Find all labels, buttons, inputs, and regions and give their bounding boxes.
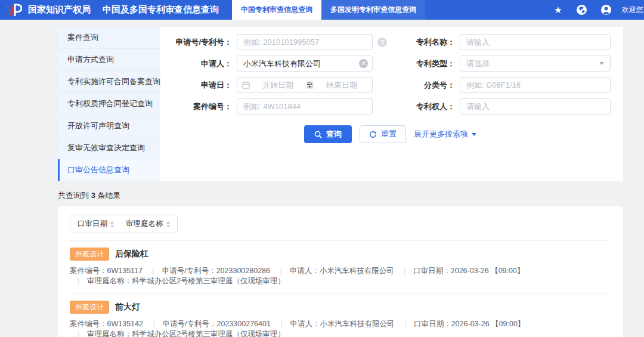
class-number-input[interactable]: [460, 77, 611, 93]
nav-tabs: 中国专利审查信息查询 多国发明专利审查信息查询: [232, 0, 425, 20]
reset-button[interactable]: 重置: [360, 125, 406, 143]
design-type-badge: 外观设计: [70, 301, 109, 314]
form-buttons-row: 查询 重置 展开更多搜索项: [170, 125, 611, 143]
sort-court-name-label: 审理庭名称: [126, 219, 163, 229]
meta-applicant: 申请人：小米汽车科技有限公司: [273, 267, 394, 275]
results-summary: 共查询到 3 条结果: [58, 190, 623, 201]
class-number-label: 分类号：: [411, 80, 460, 91]
search-button[interactable]: 查询: [304, 125, 352, 143]
apply-date-range-picker[interactable]: 开始日期 至 结束日期: [237, 77, 373, 93]
patent-type-select[interactable]: 请选择: [460, 55, 611, 72]
user-account-icon[interactable]: [601, 5, 611, 15]
meta-hearing-date: 口审日期：2026-03-26 【09:00】: [396, 267, 524, 275]
globe-icon[interactable]: [577, 5, 587, 15]
sort-hearing-date-label: 口审日期: [78, 219, 107, 229]
patent-type-label: 专利类型：: [411, 58, 460, 69]
patentee-input[interactable]: [460, 98, 611, 115]
field-class-number: 分类号：: [411, 77, 611, 93]
summary-suffix: 条结果: [95, 191, 121, 200]
sidebar-item-oral-hearing-query[interactable]: 口审公告信息查询: [58, 159, 160, 181]
sidebar-item-application-mode-query[interactable]: 申请方式查询: [58, 49, 160, 71]
summary-prefix: 共查询到: [58, 191, 91, 200]
search-icon: [314, 131, 322, 138]
application-number-input[interactable]: [237, 34, 373, 50]
org-name: 国家知识产权局: [28, 4, 91, 16]
meta-court-name: 审理庭名称：科学城办公区2号楼第三审理庭（仅现场审理）: [70, 330, 285, 337]
field-apply-date: 申请日： 开始日期 至 结束日期: [170, 77, 387, 93]
design-type-badge: 外观设计: [70, 248, 109, 261]
patent-type-value: 请选择: [466, 58, 599, 69]
clear-input-icon[interactable]: ✕: [359, 59, 368, 68]
sort-chips-row: 口审日期 审理庭名称: [70, 215, 611, 241]
meta-court-name: 审理庭名称：科学城办公区2号楼第三审理庭（仅现场审理）: [70, 277, 285, 285]
meta-applicant: 申请人：小米汽车科技有限公司: [273, 320, 394, 328]
cnipa-logo-icon: [5, 3, 22, 17]
patent-name-label: 专利名称：: [411, 37, 460, 48]
tab-china-patent-query[interactable]: 中国专利审查信息查询: [232, 0, 321, 20]
sidebar-item-open-license-query[interactable]: 开放许可声明查询: [58, 115, 160, 137]
sort-arrows-icon: [166, 221, 170, 227]
meta-application-number: 申请号/专利号：2023300276401: [145, 320, 270, 328]
application-number-label: 申请号/专利号：: [170, 37, 237, 48]
meta-case-number: 案件编号：6W135142: [70, 320, 143, 328]
search-button-label: 查询: [326, 129, 342, 140]
welcome-text: 欢迎您,: [622, 5, 644, 15]
date-range-to-label: 至: [306, 80, 314, 91]
chevron-down-icon: [599, 62, 604, 65]
results-count: 3: [91, 191, 95, 200]
field-patent-type: 专利类型： 请选择: [411, 55, 611, 72]
chevron-down-icon: [472, 133, 476, 136]
apply-date-label: 申请日：: [170, 80, 237, 91]
meta-case-number: 案件编号：6W135117: [70, 267, 143, 275]
result-title[interactable]: 前大灯: [115, 302, 140, 313]
result-item: 外观设计 前大灯 案件编号：6W135142 申请号/专利号：202330027…: [70, 294, 611, 337]
favorite-star-icon[interactable]: ★: [554, 5, 562, 14]
site-title: 中国及多国专利审查信息查询: [103, 4, 219, 16]
calendar-icon: [242, 81, 250, 89]
patentee-label: 专利权人：: [411, 101, 460, 112]
case-number-label: 案件编号：: [170, 101, 237, 112]
sort-arrows-icon: [110, 221, 114, 227]
result-meta: 案件编号：6W135142 申请号/专利号：2023300276401 申请人：…: [70, 319, 611, 337]
field-patent-name: 专利名称：: [411, 34, 611, 50]
reset-button-label: 重置: [381, 129, 397, 140]
sort-by-hearing-date[interactable]: 口审日期: [78, 219, 114, 229]
tab-multinational-query[interactable]: 多国发明专利审查信息查询: [321, 0, 425, 20]
sidebar-item-pledge-registration-query[interactable]: 专利权质押合同登记查询: [58, 93, 160, 115]
meta-hearing-date: 口审日期：2026-03-26 【09:00】: [397, 320, 525, 328]
refresh-icon: [369, 131, 377, 138]
result-meta: 案件编号：6W135117 申请号/专利号：2023300280286 申请人：…: [70, 266, 611, 286]
field-case-number: 案件编号：: [170, 98, 387, 115]
meta-application-number: 申请号/专利号：2023300280286: [145, 267, 270, 275]
applicant-label: 申请人：: [170, 58, 237, 69]
start-date-placeholder: 开始日期: [252, 80, 304, 91]
field-application-number: 申请号/专利号： ?: [170, 34, 387, 50]
case-number-input[interactable]: [237, 98, 373, 115]
results-card: 口审日期 审理庭名称 外观设计 后保险杠 案件编号：6W135117 申请号/专…: [58, 206, 623, 337]
end-date-placeholder: 结束日期: [316, 80, 367, 91]
sidebar-item-license-record-query[interactable]: 专利实施许可合同备案查询: [58, 71, 160, 93]
search-form: 申请号/专利号： ? 专利名称： 申请人： ✕: [160, 27, 626, 181]
sidebar-item-reexam-invalidation-query[interactable]: 复审无效审查决定查询: [58, 137, 160, 159]
patent-name-input[interactable]: [460, 34, 611, 50]
sort-by-court-name[interactable]: 审理庭名称: [126, 219, 170, 229]
help-icon[interactable]: ?: [377, 38, 387, 47]
expand-more-search-link[interactable]: 展开更多搜索项: [414, 129, 476, 140]
sorter-box: 口审日期 审理庭名称: [70, 215, 178, 233]
field-applicant: 申请人： ✕: [170, 55, 387, 72]
expand-more-search-label: 展开更多搜索项: [414, 129, 468, 140]
sidebar-item-case-query[interactable]: 案件查询: [58, 27, 160, 49]
sidebar-menu: 案件查询 申请方式查询 专利实施许可合同备案查询 专利权质押合同登记查询 开放许…: [58, 27, 160, 181]
field-patentee: 专利权人：: [411, 98, 611, 115]
search-panel: 案件查询 申请方式查询 专利实施许可合同备案查询 专利权质押合同登记查询 开放许…: [58, 27, 623, 181]
applicant-input[interactable]: [237, 55, 373, 72]
result-item: 外观设计 后保险杠 案件编号：6W135117 申请号/专利号：20233002…: [70, 241, 611, 294]
result-title[interactable]: 后保险杠: [115, 249, 148, 259]
top-navbar: 国家知识产权局 中国及多国专利审查信息查询 中国专利审查信息查询 多国发明专利审…: [0, 0, 644, 20]
